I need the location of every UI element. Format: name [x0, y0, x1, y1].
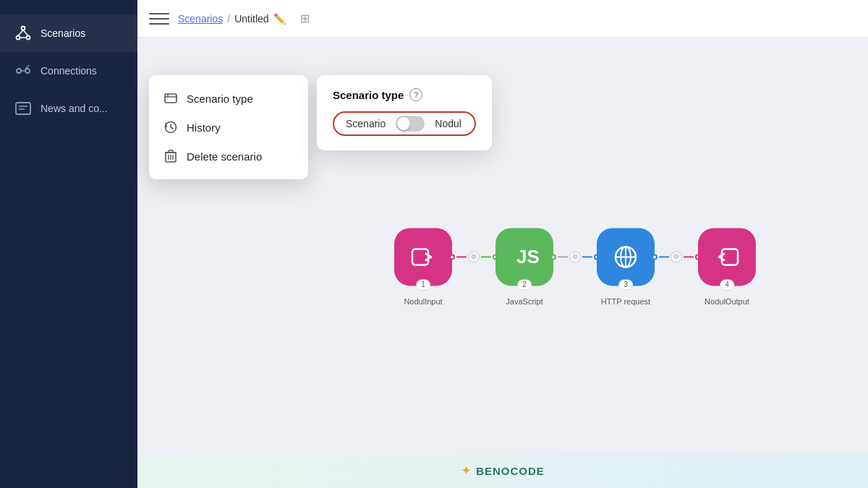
flow-node-3: 3 HTTP request: [597, 228, 655, 306]
breadcrumb: Scenarios / Untitled ✏️: [178, 13, 286, 25]
node-icon-1[interactable]: 1: [394, 228, 452, 286]
connector-dot-out-3: [652, 254, 658, 260]
breadcrumb-separator: /: [227, 13, 230, 25]
delete-icon: [163, 149, 178, 163]
connector-line-2b: [582, 256, 592, 257]
connector-dot-out-1: [449, 254, 455, 260]
connections-icon: [14, 62, 32, 80]
flow-diagram: 1 NodulInput ⚙ JS 2 JavaS: [394, 228, 756, 306]
svg-line-4: [23, 30, 28, 36]
node-badge-3: 3: [618, 279, 633, 290]
hamburger-line-3: [149, 23, 169, 25]
connector-line-2a: [558, 256, 568, 257]
sidebar-connections-label: Connections: [41, 65, 97, 77]
breadcrumb-current-page: Untitled: [234, 13, 268, 25]
sidebar-scenarios-label: Scenarios: [41, 27, 85, 39]
svg-line-3: [18, 30, 23, 36]
toggle-knob: [397, 117, 410, 130]
svg-point-7: [25, 69, 30, 73]
node-label-3: HTTP request: [601, 297, 650, 306]
footer-dot: ✦: [461, 463, 472, 479]
popup-title-area: Scenario type ?: [333, 88, 476, 101]
sidebar-item-scenarios[interactable]: Scenarios: [0, 14, 137, 52]
footer-logo-text: BENOCODE: [476, 465, 545, 477]
node-label-1: NodulInput: [404, 297, 442, 306]
connector-1-2: ⚙: [449, 251, 498, 262]
node-badge-2: 2: [517, 279, 532, 290]
topbar: Scenarios / Untitled ✏️ ⊞: [137, 0, 868, 38]
dropdown-history-label: History: [187, 121, 221, 134]
connector-dot-out-2: [550, 254, 556, 260]
main-area: Scenarios / Untitled ✏️ ⊞ Scenario type: [137, 0, 868, 488]
flow-node-2: JS 2 JavaScript: [495, 228, 553, 306]
connector-gear-1[interactable]: ⚙: [468, 251, 480, 262]
connector-line-1b: [481, 256, 491, 257]
connector-line-3a: [659, 256, 669, 257]
toggle-nodul-label: Nodul: [429, 118, 467, 129]
sidebar-news-label: News and co...: [41, 103, 108, 114]
dropdown-delete-scenario[interactable]: Delete scenario: [149, 142, 308, 171]
svg-point-2: [27, 36, 30, 40]
dropdown-scenario-type-label: Scenario type: [187, 93, 253, 105]
scenario-type-icon: [163, 91, 178, 106]
svg-point-6: [17, 69, 21, 73]
edit-icon[interactable]: ✏️: [273, 13, 286, 25]
connector-2-3: ⚙: [550, 251, 600, 262]
hamburger-line-1: [149, 13, 169, 14]
node-badge-1: 1: [416, 279, 430, 290]
dropdown-menu: Scenario type History: [149, 75, 308, 179]
svg-point-0: [22, 27, 25, 30]
canvas-area: Scenario type History: [137, 38, 868, 488]
toggle-oval-highlight: Scenario Nodul: [333, 111, 476, 136]
svg-rect-21: [412, 249, 428, 265]
scenario-type-popup: Scenario type ? Scenario Nodul: [317, 75, 492, 150]
dropdown-scenario-type[interactable]: Scenario type: [149, 84, 308, 113]
svg-rect-12: [165, 94, 176, 103]
node-icon-4[interactable]: 4: [698, 228, 756, 286]
node-label-2: JavaScript: [506, 297, 542, 306]
hamburger-button[interactable]: [149, 9, 169, 29]
dropdown-delete-label: Delete scenario: [187, 150, 262, 163]
node-label-4: NodulOutput: [705, 297, 749, 306]
flow-node-1: 1 NodulInput: [394, 228, 452, 306]
footer: ✦ BENOCODE: [137, 453, 868, 488]
toggle-scenario-label: Scenario: [340, 118, 391, 129]
connector-line-3b: [684, 256, 694, 257]
connector-line-1a: [456, 256, 467, 257]
scenarios-icon: [14, 25, 32, 42]
sidebar-item-connections[interactable]: Connections: [0, 52, 137, 90]
popup-title-text: Scenario type: [333, 89, 404, 101]
help-icon[interactable]: ?: [409, 88, 422, 101]
news-icon: [14, 100, 32, 117]
node-icon-2[interactable]: JS 2: [495, 228, 553, 286]
svg-text:JS: JS: [516, 246, 540, 267]
svg-rect-9: [16, 103, 30, 114]
connector-gear-3[interactable]: ⚙: [671, 251, 682, 262]
history-icon: [163, 120, 178, 134]
flow-node-4: 4 NodulOutput: [698, 228, 756, 306]
grid-icon[interactable]: ⊞: [300, 12, 310, 25]
toggle-switch[interactable]: [396, 116, 425, 132]
connector-3-4: ⚙: [652, 251, 701, 262]
node-badge-4: 4: [720, 279, 734, 290]
connector-gear-2[interactable]: ⚙: [569, 251, 581, 262]
svg-point-1: [17, 36, 20, 40]
sidebar: Scenarios Connections News and co...: [0, 0, 137, 488]
svg-rect-27: [722, 249, 738, 265]
dropdown-history[interactable]: History: [149, 113, 308, 142]
hamburger-line-2: [149, 18, 169, 20]
breadcrumb-scenarios-link[interactable]: Scenarios: [178, 13, 223, 25]
node-icon-3[interactable]: 3: [597, 228, 655, 286]
sidebar-item-news[interactable]: News and co...: [0, 90, 137, 127]
